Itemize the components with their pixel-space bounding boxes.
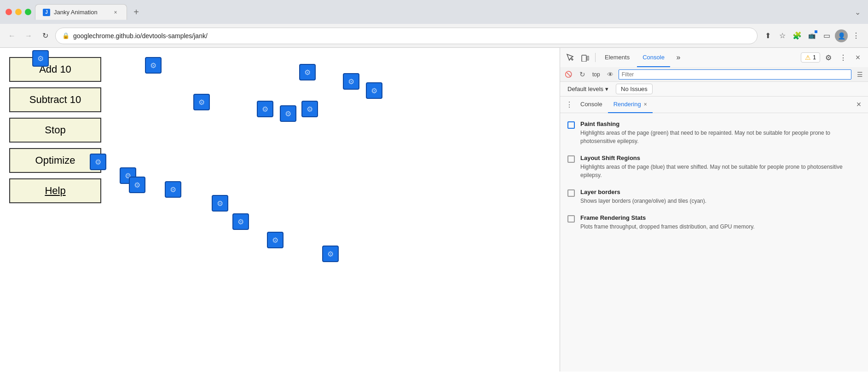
blue-box — [322, 246, 339, 262]
tabs-bar: J Janky Animation × + — [35, 4, 849, 20]
title-bar: J Janky Animation × + ⌄ — [0, 0, 868, 24]
levels-bar: Default levels ▾ No Issues — [560, 82, 868, 97]
panel-more-button[interactable]: ⋮ — [564, 99, 575, 110]
forward-button[interactable]: → — [22, 29, 35, 42]
rendering-options: Paint flashing Highlights areas of the p… — [560, 113, 868, 372]
blue-box — [267, 232, 284, 248]
console-panel-tab[interactable]: Console — [575, 97, 608, 113]
page-buttons: Add 10 Subtract 10 Stop Optimize Help — [0, 48, 110, 218]
back-icon: ← — [8, 32, 16, 40]
blue-box — [129, 177, 145, 193]
refresh-button[interactable]: ↻ — [39, 29, 52, 42]
maximize-button[interactable] — [25, 9, 31, 15]
help-button[interactable]: Help — [9, 178, 101, 203]
window-controls — [6, 9, 31, 15]
browser-chrome: J Janky Animation × + ⌄ ← → ↻ 🔒 googlech… — [0, 0, 868, 48]
refresh-icon: ↻ — [42, 31, 48, 40]
dropdown-icon: ▾ — [605, 86, 608, 92]
sidebar-button[interactable]: ▭ — [820, 29, 833, 42]
rendering-tab-close-icon[interactable]: × — [644, 101, 647, 108]
clear-console-button[interactable]: 🚫 — [563, 69, 574, 80]
close-button[interactable] — [6, 9, 12, 15]
warning-icon: ⚠ — [805, 54, 811, 61]
blue-box — [299, 64, 316, 80]
devtools-panel: Elements Console » ⚠ 1 ⚙ ⋮ × 🚫 ↻ top 👁 ☰… — [560, 48, 868, 372]
warning-badge[interactable]: ⚠ 1 — [801, 52, 820, 63]
menu-button[interactable]: ⋮ — [850, 29, 862, 42]
paint-flashing-text: Paint flashing Highlights areas of the p… — [580, 120, 861, 145]
forward-icon: → — [25, 32, 32, 40]
optimize-button[interactable]: Optimize — [9, 148, 101, 173]
layout-shift-option: Layout Shift Regions Highlights areas of… — [567, 154, 861, 179]
frame-rendering-desc: Plots frame throughput, dropped frames d… — [580, 223, 755, 231]
nav-bar: ← → ↻ 🔒 googlechrome.github.io/devtools-… — [0, 24, 868, 48]
device-toolbar-button[interactable] — [579, 51, 591, 64]
svg-rect-0 — [582, 55, 586, 62]
devtools-toolbar: Elements Console » ⚠ 1 ⚙ ⋮ × — [560, 48, 868, 67]
tab-close-icon[interactable]: × — [112, 9, 119, 16]
devtools-close-button[interactable]: × — [851, 51, 864, 64]
filter-input[interactable] — [619, 69, 851, 80]
layer-borders-desc: Shows layer borders (orange/olive) and t… — [580, 197, 706, 205]
frame-rendering-checkbox[interactable] — [567, 215, 575, 223]
layout-shift-title: Layout Shift Regions — [580, 154, 861, 161]
add-10-button[interactable]: Add 10 — [9, 57, 101, 82]
layer-borders-checkbox[interactable] — [567, 189, 575, 197]
layer-borders-title: Layer borders — [580, 189, 706, 195]
layout-shift-text: Layout Shift Regions Highlights areas of… — [580, 154, 861, 179]
stop-button[interactable]: Stop — [9, 118, 101, 143]
layer-borders-option: Layer borders Shows layer borders (orang… — [567, 189, 861, 205]
tab-favicon: J — [43, 9, 50, 16]
settings-button[interactable]: ⚙ — [822, 51, 835, 64]
back-button[interactable]: ← — [6, 29, 18, 42]
url-text: googlechrome.github.io/devtools-samples/… — [73, 32, 751, 40]
rendering-tab-label: Rendering — [613, 101, 641, 108]
share-button[interactable]: ⬆ — [761, 29, 774, 42]
active-tab[interactable]: J Janky Animation × — [35, 4, 127, 20]
rendering-panel-tab[interactable]: Rendering × — [608, 97, 653, 113]
more-menu-button[interactable]: ⋮ — [837, 51, 850, 64]
rendering-panel-close-button[interactable]: × — [853, 99, 864, 110]
blue-box — [343, 73, 359, 90]
new-tab-button[interactable]: + — [129, 4, 144, 20]
profile-button[interactable]: 👤 — [835, 29, 848, 42]
elements-tab[interactable]: Elements — [599, 48, 635, 67]
blue-box — [212, 195, 228, 212]
blue-box — [165, 181, 181, 198]
default-levels-button[interactable]: Default levels ▾ — [564, 84, 612, 94]
context-selector[interactable]: top — [590, 71, 602, 78]
minimize-button[interactable] — [15, 9, 22, 15]
tab-title: Janky Animation — [54, 9, 108, 16]
blue-box — [301, 101, 318, 117]
frame-rendering-title: Frame Rendering Stats — [580, 214, 755, 221]
no-issues-button[interactable]: No Issues — [616, 84, 653, 94]
address-bar[interactable]: 🔒 googlechrome.github.io/devtools-sample… — [55, 28, 758, 44]
main-content: Add 10 Subtract 10 Stop Optimize Help — [0, 48, 560, 372]
frame-rendering-option: Frame Rendering Stats Plots frame throug… — [567, 214, 861, 231]
blue-box — [193, 94, 210, 110]
filter-sidebar-button[interactable]: ☰ — [854, 69, 865, 80]
paint-flashing-title: Paint flashing — [580, 120, 861, 127]
frame-rendering-text: Frame Rendering Stats Plots frame throug… — [580, 214, 755, 231]
paint-flashing-checkbox[interactable] — [567, 121, 575, 129]
page-content: Add 10 Subtract 10 Stop Optimize Help — [0, 48, 868, 372]
lock-icon: 🔒 — [62, 32, 69, 39]
console-tab[interactable]: Console — [637, 48, 670, 67]
eye-button[interactable]: 👁 — [605, 69, 616, 80]
subtract-10-button[interactable]: Subtract 10 — [9, 87, 101, 112]
toolbar-separator — [595, 53, 596, 62]
star-button[interactable]: ☆ — [776, 29, 789, 42]
nav-actions: ⬆ ☆ 🧩 📺 ▭ 👤 ⋮ — [761, 29, 862, 42]
browser-dropdown-icon[interactable]: ⌄ — [853, 6, 862, 18]
cast-button[interactable]: 📺 — [805, 29, 818, 42]
blue-box — [145, 57, 162, 74]
blue-box — [232, 213, 249, 230]
layout-shift-desc: Highlights areas of the page (blue) that… — [580, 163, 861, 179]
more-tabs-button[interactable]: » — [672, 51, 685, 64]
refresh-console-button[interactable]: ↻ — [577, 69, 588, 80]
layout-shift-checkbox[interactable] — [567, 155, 575, 163]
rendering-tabs-bar: ⋮ Console Rendering × × — [560, 97, 868, 113]
extensions-button[interactable]: 🧩 — [791, 29, 804, 42]
default-levels-label: Default levels — [567, 86, 603, 92]
inspect-element-button[interactable] — [564, 51, 577, 64]
